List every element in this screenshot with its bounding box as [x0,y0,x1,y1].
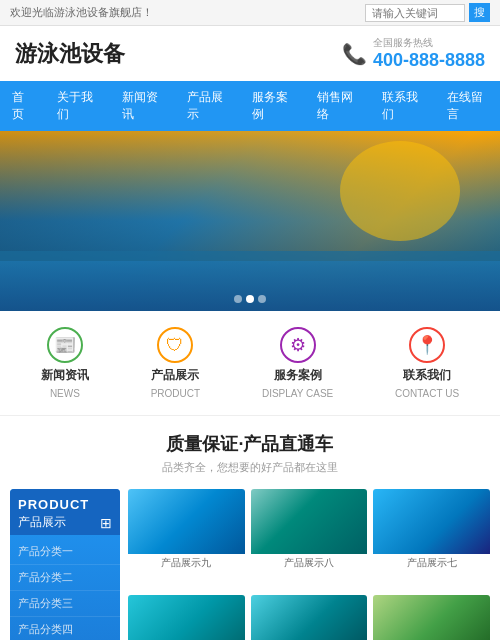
contact-icon: 📍 [409,327,445,363]
nav-item-新闻资讯[interactable]: 新闻资讯 [110,81,175,131]
product-thumbnail [251,489,368,554]
sidebar-menu-item[interactable]: 产品分类一 [10,539,120,565]
product-item[interactable]: 产品展示五 [251,595,368,640]
case-icon: ⚙ [280,327,316,363]
banner-pool [0,261,500,311]
sidebar-menu-item[interactable]: 产品分类四 [10,617,120,640]
feature-product-sub: PRODUCT [151,388,200,399]
phone-info: 全国服务热线 400-888-8888 [373,36,485,71]
sidebar-header: PRODUCT 产品展示 ⊞ [10,489,120,535]
feature-case-label: 服务案例 [274,367,322,384]
product-label: 产品展示八 [251,554,368,573]
header: 游泳池设备 📞 全国服务热线 400-888-8888 [0,26,500,81]
news-icon: 📰 [47,327,83,363]
product-icon: 🛡 [157,327,193,363]
product-thumbnail [128,595,245,640]
nav-item-关于我们[interactable]: 关于我们 [45,81,110,131]
hero-banner [0,131,500,311]
search-area: 搜 [365,3,490,22]
sidebar-menu-item[interactable]: 产品分类二 [10,565,120,591]
dot-2[interactable] [246,295,254,303]
feature-product[interactable]: 🛡 产品展示 PRODUCT [151,327,200,399]
feature-news[interactable]: 📰 新闻资讯 NEWS [41,327,89,399]
nav-item-产品展示[interactable]: 产品展示 [175,81,240,131]
phone-area: 📞 全国服务热线 400-888-8888 [342,36,485,71]
product-thumbnail [373,595,490,640]
product-label: 产品展示九 [128,554,245,573]
section-title: 质量保证·产品直通车 [10,432,490,456]
banner-dots [234,295,266,303]
product-sidebar: PRODUCT 产品展示 ⊞ 产品分类一产品分类二产品分类三产品分类四产品分类五… [10,489,120,640]
top-notice: 欢迎光临游泳池设备旗舰店！ [10,5,153,20]
features-bar: 📰 新闻资讯 NEWS 🛡 产品展示 PRODUCT ⚙ 服务案例 DISPLA… [0,311,500,416]
feature-contact-label: 联系我们 [403,367,451,384]
search-button[interactable]: 搜 [469,3,490,22]
sidebar-product-cn: 产品展示 ⊞ [18,514,112,531]
sidebar-menu: 产品分类一产品分类二产品分类三产品分类四产品分类五产品分类六 [10,535,120,640]
phone-number: 400-888-8888 [373,50,485,71]
feature-product-label: 产品展示 [151,367,199,384]
phone-label: 全国服务热线 [373,36,485,50]
product-thumbnail [251,595,368,640]
feature-news-label: 新闻资讯 [41,367,89,384]
section-subtitle: 品类齐全，您想要的好产品都在这里 [10,460,490,475]
sidebar-expand-icon[interactable]: ⊞ [100,515,112,531]
dot-3[interactable] [258,295,266,303]
nav-item-在线留言[interactable]: 在线留言 [435,81,500,131]
phone-icon: 📞 [342,42,367,66]
feature-case-sub: DISPLAY CASE [262,388,333,399]
product-thumbnail [373,489,490,554]
feature-news-sub: NEWS [50,388,80,399]
sidebar-menu-item[interactable]: 产品分类三 [10,591,120,617]
product-label: 产品展示七 [373,554,490,573]
product-grid: 产品展示九产品展示八产品展示七产品展示六产品展示五产品展示四产品展示三产品展示二… [128,489,490,640]
main-nav: 首页关于我们新闻资讯产品展示服务案例销售网络联系我们在线留言 [0,81,500,131]
product-item[interactable]: 产品展示四 [373,595,490,640]
nav-item-销售网络[interactable]: 销售网络 [305,81,370,131]
sidebar-product-en: PRODUCT [18,497,112,512]
nav-item-服务案例[interactable]: 服务案例 [240,81,305,131]
product-item[interactable]: 产品展示八 [251,489,368,589]
feature-contact-sub: CONTACT US [395,388,459,399]
product-item[interactable]: 产品展示六 [128,595,245,640]
dot-1[interactable] [234,295,242,303]
feature-case[interactable]: ⚙ 服务案例 DISPLAY CASE [262,327,333,399]
section-title-area: 质量保证·产品直通车 品类齐全，您想要的好产品都在这里 [0,416,500,479]
product-item[interactable]: 产品展示九 [128,489,245,589]
nav-item-首页[interactable]: 首页 [0,81,45,131]
feature-contact[interactable]: 📍 联系我们 CONTACT US [395,327,459,399]
product-item[interactable]: 产品展示七 [373,489,490,589]
product-section: PRODUCT 产品展示 ⊞ 产品分类一产品分类二产品分类三产品分类四产品分类五… [0,479,500,640]
product-thumbnail [128,489,245,554]
nav-item-联系我们[interactable]: 联系我们 [370,81,435,131]
search-input[interactable] [365,4,465,22]
logo: 游泳池设备 [15,39,125,69]
top-bar: 欢迎光临游泳池设备旗舰店！ 搜 [0,0,500,26]
